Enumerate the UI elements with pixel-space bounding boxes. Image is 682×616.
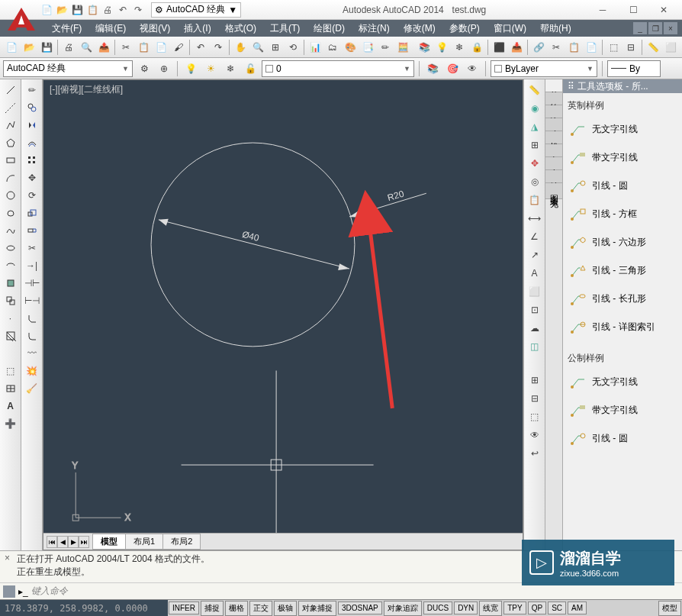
cloud-icon[interactable]: ☁: [526, 319, 544, 337]
mdi-minimize[interactable]: _: [633, 22, 647, 34]
lineweight-combo[interactable]: By: [607, 60, 661, 77]
revcloud-icon[interactable]: [2, 204, 20, 221]
zoom-prev-icon[interactable]: ⟲: [285, 39, 301, 56]
layer-match-icon[interactable]: 🎯: [444, 60, 461, 77]
ellipse-arc-icon[interactable]: [2, 256, 20, 274]
break-icon[interactable]: ⊣⊢: [23, 274, 41, 292]
text-icon[interactable]: A: [526, 264, 544, 282]
palette-item[interactable]: 带文字引线: [568, 144, 677, 172]
vtab-struct[interactable]: 结构: [545, 170, 562, 183]
close-button[interactable]: ✕: [648, 1, 679, 19]
drawing-canvas[interactable]: [-][俯视][二维线框] Ø40 R20: [43, 80, 523, 533]
open-icon[interactable]: 📂: [21, 39, 37, 56]
cycle-icon[interactable]: ◉: [526, 99, 544, 118]
layer-freeze-icon[interactable]: ❄: [451, 39, 468, 56]
copy2-icon[interactable]: 📋: [565, 39, 582, 56]
status-snap[interactable]: 捕捉: [201, 601, 224, 616]
vtab-mech[interactable]: 机械: [545, 131, 562, 144]
palette-item[interactable]: 无文字引线: [568, 368, 677, 396]
status-grid[interactable]: 栅格: [225, 601, 248, 616]
rectangle-icon[interactable]: [2, 151, 20, 169]
menu-tools[interactable]: 工具(T): [264, 21, 306, 37]
palette-item[interactable]: 引线 - 长孔形: [568, 285, 677, 313]
region-icon[interactable]: ⬚: [2, 362, 20, 379]
minimize-button[interactable]: ─: [587, 1, 618, 19]
menu-draw[interactable]: 绘图(D): [307, 21, 351, 37]
status-osnap[interactable]: 对象捕捉: [298, 601, 336, 616]
qat-undo-icon[interactable]: ↶: [116, 3, 130, 17]
palette-item[interactable]: 引线 - 方框: [568, 200, 677, 228]
circle-icon[interactable]: [2, 186, 20, 204]
vtab-constraint[interactable]: 约束: [545, 92, 562, 105]
status-otrack[interactable]: 对象追踪: [384, 601, 422, 616]
cmdline-close-icon[interactable]: ×: [5, 553, 17, 581]
box-icon[interactable]: ◫: [526, 337, 544, 356]
group2-icon[interactable]: ⊞: [526, 371, 544, 389]
distance-icon[interactable]: 📏: [526, 81, 544, 99]
join-icon[interactable]: ⊢⊣: [23, 292, 41, 309]
menu-modify[interactable]: 修改(M): [397, 21, 442, 37]
status-am[interactable]: AM: [568, 601, 587, 614]
redo-icon[interactable]: ↷: [210, 39, 227, 56]
vtab-annotation[interactable]: 注释: [545, 105, 562, 118]
status-qp[interactable]: QP: [528, 601, 546, 614]
tab-last-icon[interactable]: ⏭: [79, 536, 89, 548]
status-lwt[interactable]: 线宽: [479, 601, 502, 616]
clip-icon[interactable]: ✂: [548, 39, 565, 56]
layer-state-icon[interactable]: 💡: [433, 39, 450, 56]
status-polar[interactable]: 极轴: [274, 601, 297, 616]
extend-icon[interactable]: →|: [23, 256, 41, 274]
tab-layout1[interactable]: 布局1: [125, 534, 163, 550]
block-icon[interactable]: ⬛: [491, 39, 507, 56]
palette-item[interactable]: 引线 - 详图索引: [568, 313, 677, 341]
new-icon[interactable]: 📄: [3, 39, 20, 56]
tab-prev-icon[interactable]: ◀: [57, 536, 68, 548]
rotate-icon[interactable]: ⟳: [23, 186, 41, 204]
status-3dosnap[interactable]: 3DOSNAP: [338, 601, 382, 614]
plot-icon[interactable]: 🖨: [60, 39, 77, 56]
polyline-icon[interactable]: [2, 116, 20, 134]
palette-item[interactable]: 引线 - 圆: [568, 424, 677, 453]
toolpalettes-icon[interactable]: 🎨: [342, 39, 359, 56]
maximize-button[interactable]: ☐: [618, 1, 648, 19]
menu-edit[interactable]: 编辑(E): [89, 21, 132, 37]
status-model[interactable]: 模型: [658, 601, 681, 616]
publish-icon[interactable]: 📤: [95, 39, 112, 56]
viewport-label[interactable]: [-][俯视][二维线框]: [50, 83, 123, 96]
dim-angular-icon[interactable]: ∠: [526, 227, 544, 246]
zoom-icon[interactable]: 🔍: [249, 39, 266, 56]
vtab-hatch[interactable]: 图案填充: [545, 183, 562, 199]
layer-combo[interactable]: 0 ▼: [262, 60, 414, 77]
eraser-icon[interactable]: 🧹: [23, 379, 41, 397]
status-ortho[interactable]: 正交: [249, 601, 272, 616]
stretch-icon[interactable]: [23, 221, 41, 239]
qat-save-icon[interactable]: 💾: [70, 3, 84, 17]
menu-format[interactable]: 格式(O): [219, 21, 262, 37]
coordinates-display[interactable]: 178.3879, 258.9982, 0.0000: [0, 600, 168, 616]
calc-icon[interactable]: 🧮: [394, 39, 411, 56]
layer-lock-icon[interactable]: 🔒: [468, 39, 485, 56]
qat-print-icon[interactable]: 🖨: [101, 3, 114, 17]
arc-icon[interactable]: [2, 169, 20, 186]
qat-new-icon[interactable]: 📄: [40, 3, 53, 17]
palette-item[interactable]: 带文字引线: [568, 396, 677, 424]
palette-item[interactable]: 引线 - 圆: [568, 172, 677, 200]
zoom-window-icon[interactable]: ⊞: [267, 39, 284, 56]
array-icon[interactable]: [23, 151, 41, 169]
explode-icon[interactable]: 💥: [23, 362, 41, 379]
paste2-icon[interactable]: 📄: [583, 39, 600, 56]
point-icon[interactable]: ·: [2, 309, 20, 327]
cmd-prompt-icon[interactable]: [3, 585, 15, 598]
addselected-icon[interactable]: ➕: [2, 414, 20, 432]
menu-insert[interactable]: 插入(I): [178, 21, 217, 37]
palette-item[interactable]: 引线 - 六边形: [568, 228, 677, 256]
vtab-imperial[interactable]: 英制: [545, 79, 562, 92]
trim-icon[interactable]: ✂: [23, 239, 41, 256]
measure-icon[interactable]: 📏: [645, 39, 661, 56]
ungroup-icon[interactable]: ⊟: [622, 39, 639, 56]
mdi-restore[interactable]: ❐: [648, 22, 662, 34]
menu-parametric[interactable]: 参数(P): [443, 21, 486, 37]
palette-item[interactable]: 引线 - 三角形: [568, 256, 677, 285]
bulb-icon[interactable]: 💡: [182, 60, 199, 77]
orbit-icon[interactable]: ✥: [526, 154, 544, 173]
